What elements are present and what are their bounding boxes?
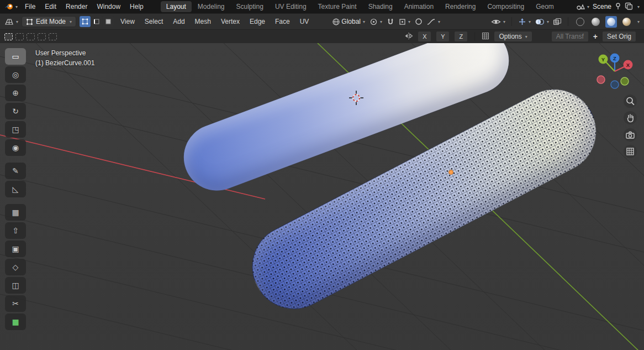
mirror-z-button[interactable]: Z [454, 31, 468, 42]
scene-selector: ▾ Scene ▾ [576, 2, 640, 12]
all-transform-button[interactable]: All Transf [551, 31, 589, 42]
options-caret-icon: ▾ [525, 34, 527, 39]
scene-browse-icon[interactable]: ▾ [576, 3, 589, 11]
tool-transform[interactable]: ◉ [5, 139, 26, 156]
shading-caret-icon[interactable]: ▾ [637, 19, 640, 24]
tool-scale[interactable]: ◳ [5, 121, 26, 138]
shading-wireframe-button[interactable] [574, 16, 586, 28]
scene-extra-caret-icon[interactable]: ▾ [637, 4, 640, 9]
tab-texture-paint[interactable]: Texture Paint [313, 1, 362, 12]
tool-annotate[interactable]: ✎ [5, 163, 26, 179]
vertex-select-button[interactable] [80, 16, 91, 27]
snap-toggle[interactable] [387, 18, 394, 26]
tool-select-box[interactable]: ▭ [5, 48, 26, 65]
tab-rendering[interactable]: Rendering [440, 1, 481, 12]
new-scene-icon[interactable] [625, 2, 633, 12]
xray-toggle[interactable] [553, 18, 562, 25]
active-object-label: (1) BezierCurve.001 [35, 58, 94, 68]
menu-view[interactable]: View [117, 15, 138, 28]
pin-icon[interactable] [615, 2, 621, 12]
menu-edit[interactable]: Edit [40, 1, 61, 12]
tab-sculpting[interactable]: Sculpting [231, 1, 269, 12]
select-mode-extend-icon[interactable] [15, 33, 24, 40]
tab-uv-editing[interactable]: UV Editing [270, 1, 312, 12]
cursor-3d-icon[interactable] [349, 91, 363, 105]
tool-add-cube[interactable]: ▦ [5, 204, 26, 221]
face-select-button[interactable] [103, 16, 114, 27]
gizmo-z-label: Z [613, 55, 616, 61]
tab-shading[interactable]: Shading [363, 1, 398, 12]
origin-crosshair-icon[interactable]: + [593, 32, 598, 41]
tool-loop-cut[interactable]: ◫ [5, 277, 26, 294]
material-sphere-icon [607, 18, 615, 26]
select-mode-subtract-icon[interactable] [27, 33, 35, 40]
tab-geometry-nodes[interactable]: Geom [530, 1, 559, 12]
options-dropdown[interactable]: Options ▾ [494, 31, 532, 42]
menu-edge[interactable]: Edge [246, 15, 268, 28]
menu-render[interactable]: Render [61, 1, 92, 12]
menu-window[interactable]: Window [92, 1, 125, 12]
gizmo-y-label: Y [601, 56, 605, 62]
menu-mesh[interactable]: Mesh [192, 15, 214, 28]
menu-select[interactable]: Select [141, 15, 166, 28]
viewport-display-settings: ▾ ▾ ▾ ▾ [491, 16, 640, 28]
menu-vertex[interactable]: Vertex [218, 15, 243, 28]
camera-view-button[interactable] [624, 128, 637, 142]
tool-cursor[interactable]: ◎ [5, 66, 26, 83]
cursor-tool-icon: ◎ [12, 70, 19, 79]
ortho-toggle-button[interactable] [624, 145, 637, 158]
object-origin-dot [448, 170, 453, 175]
shading-solid-button[interactable] [590, 16, 601, 28]
pan-hand-button[interactable] [624, 111, 637, 124]
tool-bevel[interactable]: ◇ [5, 259, 26, 275]
tool-inset-faces[interactable]: ▣ [5, 241, 26, 257]
select-mode-intersect-icon[interactable] [49, 33, 57, 40]
zoom-button[interactable] [624, 95, 637, 108]
visibility-select[interactable]: ▾ [491, 18, 505, 25]
proportional-falloff-select[interactable]: ▾ [427, 18, 440, 25]
menu-face[interactable]: Face [272, 15, 293, 28]
tool-extrude-region[interactable]: ⇧ [5, 222, 26, 239]
global-orientation-icon [332, 18, 340, 26]
mode-select[interactable]: Edit Mode ▾ [22, 16, 76, 27]
menu-help[interactable]: Help [125, 1, 148, 12]
mirror-y-button[interactable]: Y [436, 31, 450, 42]
set-origin-button[interactable]: Set Orig [602, 31, 636, 42]
snap-target-select[interactable]: ▾ [399, 18, 410, 25]
snap-grid-icon[interactable] [482, 32, 489, 41]
pivot-point-select[interactable]: ▾ [369, 18, 382, 26]
scene-name[interactable]: Scene [593, 3, 611, 11]
tab-compositing[interactable]: Compositing [482, 1, 530, 12]
select-mode-new-icon[interactable] [4, 33, 13, 40]
gizmo-neg-z-ball [611, 81, 619, 88]
shading-rendered-button[interactable] [621, 16, 632, 28]
show-overlays-toggle[interactable]: ▾ [535, 18, 549, 25]
orientation-select[interactable]: Global ▾ [332, 18, 365, 26]
navigation-gizmo[interactable]: Z Y X [594, 51, 635, 92]
tab-animation[interactable]: Animation [399, 1, 439, 12]
blender-logo-icon[interactable]: ▾ [4, 3, 18, 11]
menu-file[interactable]: File [20, 1, 40, 12]
tool-rotate[interactable]: ↻ [5, 103, 26, 119]
mirror-x-button[interactable]: X [418, 31, 431, 42]
menu-add[interactable]: Add [170, 15, 188, 28]
tool-measure[interactable]: ◺ [5, 181, 26, 197]
tab-layout[interactable]: Layout [161, 1, 192, 12]
edge-select-button[interactable] [91, 16, 102, 27]
tool-knife[interactable]: ✂ [5, 295, 26, 312]
move-icon: ⊕ [12, 88, 19, 97]
mode-select-label: Edit Mode [36, 18, 66, 25]
editor-type-button[interactable]: ▾ [4, 18, 18, 26]
tool-poly-build[interactable]: ■ [5, 314, 26, 330]
viewport-3d[interactable]: User Perspective (1) BezierCurve.001 ▭ ◎… [0, 43, 644, 350]
menu-uv[interactable]: UV [297, 15, 313, 28]
select-mode-invert-icon[interactable] [38, 33, 46, 40]
separator [511, 17, 512, 26]
shading-material-button[interactable] [605, 16, 617, 28]
logo-caret-icon: ▾ [15, 4, 18, 9]
tool-move[interactable]: ⊕ [5, 85, 26, 101]
tab-modeling[interactable]: Modeling [192, 1, 230, 12]
show-gizmo-toggle[interactable]: ▾ [518, 18, 531, 26]
pivot-icon [369, 18, 378, 26]
proportional-edit-toggle[interactable] [415, 18, 423, 25]
